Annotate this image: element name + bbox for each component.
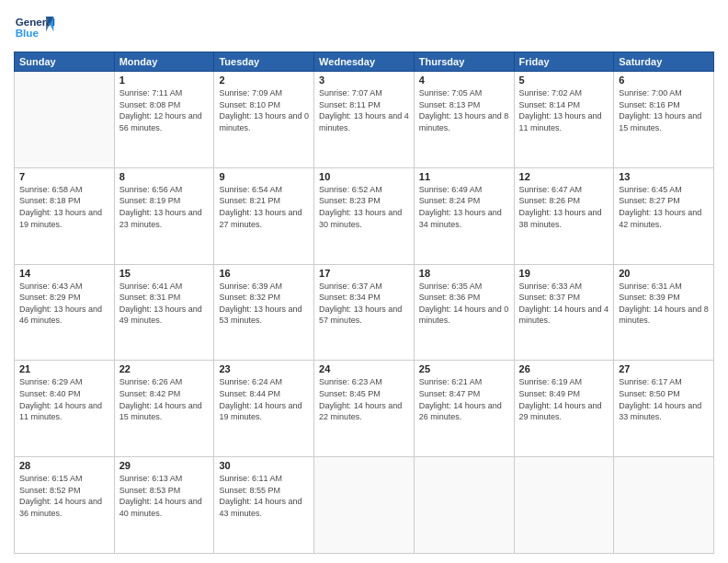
calendar-cell: 4Sunrise: 7:05 AMSunset: 8:13 PMDaylight… <box>414 72 514 168</box>
calendar-cell: 9Sunrise: 6:54 AMSunset: 8:21 PMDaylight… <box>214 167 314 264</box>
calendar-cell <box>514 457 614 554</box>
day-info: Sunrise: 6:39 AMSunset: 8:32 PMDaylight:… <box>219 281 309 327</box>
weekday-header-thursday: Thursday <box>414 52 514 72</box>
day-info: Sunrise: 6:13 AMSunset: 8:53 PMDaylight:… <box>119 473 210 519</box>
calendar-cell <box>15 72 115 168</box>
day-info: Sunrise: 6:11 AMSunset: 8:55 PMDaylight:… <box>219 473 309 519</box>
calendar-cell: 2Sunrise: 7:09 AMSunset: 8:10 PMDaylight… <box>214 72 314 168</box>
day-info: Sunrise: 6:52 AMSunset: 8:23 PMDaylight:… <box>319 184 409 230</box>
day-info: Sunrise: 7:11 AMSunset: 8:08 PMDaylight:… <box>119 87 210 133</box>
day-number: 8 <box>119 171 210 182</box>
logo-svg: General Blue <box>14 9 60 46</box>
day-info: Sunrise: 6:56 AMSunset: 8:19 PMDaylight:… <box>119 184 210 230</box>
svg-text:Blue: Blue <box>16 27 40 39</box>
day-number: 18 <box>419 268 509 279</box>
calendar-cell: 15Sunrise: 6:41 AMSunset: 8:31 PMDayligh… <box>114 264 214 361</box>
day-number: 17 <box>319 268 409 279</box>
day-number: 16 <box>219 268 309 279</box>
day-info: Sunrise: 6:35 AMSunset: 8:36 PMDaylight:… <box>419 281 509 327</box>
day-number: 29 <box>119 460 210 471</box>
day-number: 4 <box>419 75 509 86</box>
calendar-cell: 3Sunrise: 7:07 AMSunset: 8:11 PMDaylight… <box>314 72 415 168</box>
calendar-cell: 13Sunrise: 6:45 AMSunset: 8:27 PMDayligh… <box>614 167 714 264</box>
calendar-cell: 10Sunrise: 6:52 AMSunset: 8:23 PMDayligh… <box>314 167 415 264</box>
day-info: Sunrise: 6:37 AMSunset: 8:34 PMDaylight:… <box>319 281 409 327</box>
calendar-cell: 1Sunrise: 7:11 AMSunset: 8:08 PMDaylight… <box>114 72 214 168</box>
week-row-1: 1Sunrise: 7:11 AMSunset: 8:08 PMDaylight… <box>15 72 714 168</box>
week-row-4: 21Sunrise: 6:29 AMSunset: 8:40 PMDayligh… <box>15 361 714 457</box>
calendar-cell: 5Sunrise: 7:02 AMSunset: 8:14 PMDaylight… <box>514 72 614 168</box>
day-number: 6 <box>619 75 709 86</box>
day-number: 23 <box>219 363 309 374</box>
calendar-cell <box>614 457 714 554</box>
weekday-header-saturday: Saturday <box>614 52 714 72</box>
calendar-cell: 23Sunrise: 6:24 AMSunset: 8:44 PMDayligh… <box>214 361 314 457</box>
day-info: Sunrise: 6:17 AMSunset: 8:50 PMDaylight:… <box>619 376 709 422</box>
day-number: 14 <box>19 268 109 279</box>
day-info: Sunrise: 7:09 AMSunset: 8:10 PMDaylight:… <box>219 87 309 133</box>
calendar-cell: 18Sunrise: 6:35 AMSunset: 8:36 PMDayligh… <box>414 264 514 361</box>
day-number: 11 <box>419 171 509 182</box>
day-number: 13 <box>619 171 709 182</box>
calendar-cell: 16Sunrise: 6:39 AMSunset: 8:32 PMDayligh… <box>214 264 314 361</box>
calendar-cell: 7Sunrise: 6:58 AMSunset: 8:18 PMDaylight… <box>15 167 115 264</box>
calendar-cell: 30Sunrise: 6:11 AMSunset: 8:55 PMDayligh… <box>214 457 314 554</box>
weekday-header-wednesday: Wednesday <box>314 52 415 72</box>
day-number: 3 <box>319 75 409 86</box>
calendar: SundayMondayTuesdayWednesdayThursdayFrid… <box>14 52 714 554</box>
day-info: Sunrise: 6:54 AMSunset: 8:21 PMDaylight:… <box>219 184 309 230</box>
day-info: Sunrise: 6:29 AMSunset: 8:40 PMDaylight:… <box>19 376 109 422</box>
day-info: Sunrise: 6:49 AMSunset: 8:24 PMDaylight:… <box>419 184 509 230</box>
calendar-cell: 12Sunrise: 6:47 AMSunset: 8:26 PMDayligh… <box>514 167 614 264</box>
day-info: Sunrise: 6:47 AMSunset: 8:26 PMDaylight:… <box>519 184 609 230</box>
calendar-table: SundayMondayTuesdayWednesdayThursdayFrid… <box>14 52 714 554</box>
calendar-cell: 21Sunrise: 6:29 AMSunset: 8:40 PMDayligh… <box>15 361 115 457</box>
day-info: Sunrise: 6:58 AMSunset: 8:18 PMDaylight:… <box>19 184 109 230</box>
calendar-cell: 28Sunrise: 6:15 AMSunset: 8:52 PMDayligh… <box>15 457 115 554</box>
day-number: 10 <box>319 171 409 182</box>
day-number: 27 <box>619 363 709 374</box>
weekday-header-row: SundayMondayTuesdayWednesdayThursdayFrid… <box>15 52 714 72</box>
calendar-cell: 29Sunrise: 6:13 AMSunset: 8:53 PMDayligh… <box>114 457 214 554</box>
day-info: Sunrise: 6:21 AMSunset: 8:47 PMDaylight:… <box>419 376 509 422</box>
day-number: 30 <box>219 460 309 471</box>
day-number: 25 <box>419 363 509 374</box>
day-info: Sunrise: 7:00 AMSunset: 8:16 PMDaylight:… <box>619 87 709 133</box>
calendar-cell <box>314 457 415 554</box>
calendar-cell: 19Sunrise: 6:33 AMSunset: 8:37 PMDayligh… <box>514 264 614 361</box>
day-number: 20 <box>619 268 709 279</box>
calendar-cell: 25Sunrise: 6:21 AMSunset: 8:47 PMDayligh… <box>414 361 514 457</box>
calendar-cell: 14Sunrise: 6:43 AMSunset: 8:29 PMDayligh… <box>15 264 115 361</box>
calendar-cell: 8Sunrise: 6:56 AMSunset: 8:19 PMDaylight… <box>114 167 214 264</box>
page: General Blue SundayMondayTuesdayWednesda… <box>0 0 728 563</box>
weekday-header-friday: Friday <box>514 52 614 72</box>
week-row-5: 28Sunrise: 6:15 AMSunset: 8:52 PMDayligh… <box>15 457 714 554</box>
day-number: 12 <box>519 171 609 182</box>
day-info: Sunrise: 7:07 AMSunset: 8:11 PMDaylight:… <box>319 87 409 133</box>
calendar-cell: 22Sunrise: 6:26 AMSunset: 8:42 PMDayligh… <box>114 361 214 457</box>
calendar-cell: 11Sunrise: 6:49 AMSunset: 8:24 PMDayligh… <box>414 167 514 264</box>
day-info: Sunrise: 6:24 AMSunset: 8:44 PMDaylight:… <box>219 376 309 422</box>
day-info: Sunrise: 6:31 AMSunset: 8:39 PMDaylight:… <box>619 281 709 327</box>
calendar-cell: 17Sunrise: 6:37 AMSunset: 8:34 PMDayligh… <box>314 264 415 361</box>
day-info: Sunrise: 6:45 AMSunset: 8:27 PMDaylight:… <box>619 184 709 230</box>
day-info: Sunrise: 7:02 AMSunset: 8:14 PMDaylight:… <box>519 87 609 133</box>
day-info: Sunrise: 7:05 AMSunset: 8:13 PMDaylight:… <box>419 87 509 133</box>
calendar-cell: 27Sunrise: 6:17 AMSunset: 8:50 PMDayligh… <box>614 361 714 457</box>
day-number: 5 <box>519 75 609 86</box>
calendar-cell: 24Sunrise: 6:23 AMSunset: 8:45 PMDayligh… <box>314 361 415 457</box>
logo: General Blue <box>14 9 60 46</box>
day-info: Sunrise: 6:23 AMSunset: 8:45 PMDaylight:… <box>319 376 409 422</box>
day-number: 9 <box>219 171 309 182</box>
day-info: Sunrise: 6:19 AMSunset: 8:49 PMDaylight:… <box>519 376 609 422</box>
day-number: 2 <box>219 75 309 86</box>
day-info: Sunrise: 6:15 AMSunset: 8:52 PMDaylight:… <box>19 473 109 519</box>
weekday-header-monday: Monday <box>114 52 214 72</box>
day-info: Sunrise: 6:43 AMSunset: 8:29 PMDaylight:… <box>19 281 109 327</box>
week-row-3: 14Sunrise: 6:43 AMSunset: 8:29 PMDayligh… <box>15 264 714 361</box>
calendar-cell <box>414 457 514 554</box>
calendar-cell: 20Sunrise: 6:31 AMSunset: 8:39 PMDayligh… <box>614 264 714 361</box>
day-number: 22 <box>119 363 210 374</box>
day-number: 21 <box>19 363 109 374</box>
calendar-cell: 6Sunrise: 7:00 AMSunset: 8:16 PMDaylight… <box>614 72 714 168</box>
